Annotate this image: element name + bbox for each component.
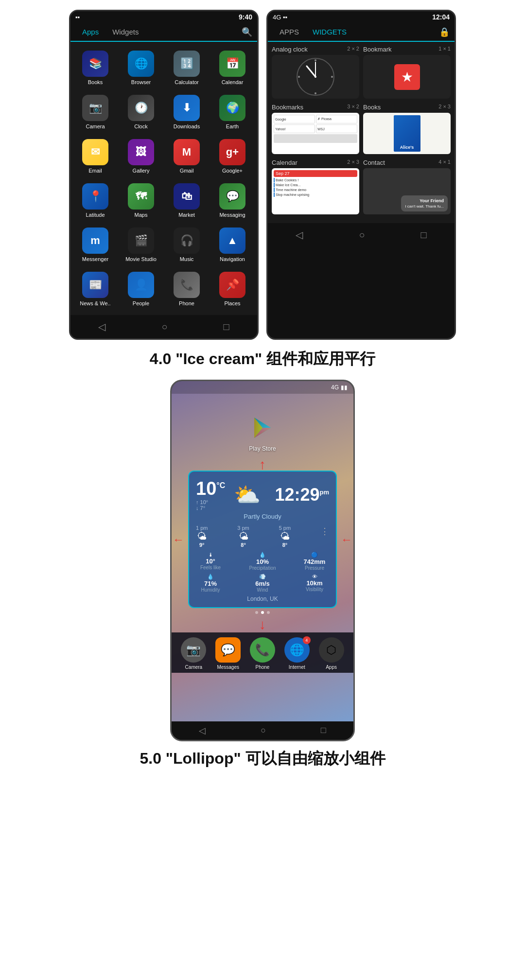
precip-value: 10% [256,558,269,565]
weather-details-row-2: 💧 71% Humidity 💨 6m/s Wind 👁 [196,574,329,593]
dock-internet[interactable]: 🌐 4 Internet [284,637,310,670]
cal-event-4: Stop machine uprising [274,192,357,197]
weather-desc: Partly Cloudy [196,513,329,520]
app-item-messenger[interactable]: mMessenger [72,223,118,267]
search-icon-right[interactable]: 🔒 [439,27,450,37]
lollipop-recents-btn[interactable]: □ [321,725,326,736]
dock-internet-label: Internet [289,665,305,670]
app-label-navigation: Navigation [220,256,245,262]
app-icon-music: 🎧 [174,228,200,254]
widget-bookmarks: Bookmarks 3 × 2 Google ✗ Picasa Yahoo! W… [272,104,359,154]
widget-bookmarks-size: 3 × 2 [347,104,359,111]
app-item-gmail[interactable]: MGmail [164,134,210,178]
app-item-latitude[interactable]: 📍Latitude [72,178,118,223]
phone-right: 4G ▪▪ 12:04 APPS WIDGETS 🔒 Analog clock … [266,10,456,340]
app-item-navigation[interactable]: ▲Navigation [210,223,255,267]
pressure-icon: 🔵 [311,552,318,558]
app-label-clock: Clock [134,123,148,129]
app-item-books[interactable]: 📚Books [72,46,118,90]
app-label-news-&-we..: News & We.. [80,300,110,306]
dock-phone[interactable]: 📞 Phone [250,637,275,670]
weather-high: ↑ 10° [196,499,225,505]
status-bar-right: 4G ▪▪ 12:04 [268,11,455,23]
page-container: ▪▪ 9:40 Apps Widgets 🔍 📚Books🌐Browser🔢Ca… [0,0,525,784]
wind-icon: 💨 [259,574,266,580]
home-btn-left[interactable]: ○ [152,319,177,334]
tab-widgets-right[interactable]: WIDGETS [306,23,353,42]
bm-picasa: ✗ Picasa [316,115,357,123]
back-btn-left[interactable]: ◁ [88,319,115,334]
app-item-camera[interactable]: 📷Camera [72,90,118,134]
app-item-downloads[interactable]: ⬇Downloads [164,90,210,134]
recents-btn-right[interactable]: □ [411,228,436,243]
section2-title: 5.0 "Lollipop" 可以自由缩放小组件 [140,748,385,770]
app-item-calculator[interactable]: 🔢Calculator [164,46,210,90]
tab-apps-right[interactable]: APPS [273,23,306,41]
lollipop-back-btn[interactable]: ◁ [199,725,206,736]
left-arrow[interactable]: ← [173,533,184,546]
feelslike-label: Feels like [200,565,221,570]
signal-icons-right: 4G ▪▪ [273,14,287,21]
playstore-icon[interactable] [248,413,277,442]
dock-camera[interactable]: 📷 Camera [181,637,206,670]
weather-low: ↓ 7° [196,505,225,511]
pressure-label: Pressure [305,565,324,571]
recents-btn-left[interactable]: □ [213,319,239,334]
widget-bookmark-name: Bookmark [363,46,392,53]
humidity-label: Humidity [201,587,220,593]
right-arrow[interactable]: ← [341,533,352,546]
app-label-earth: Earth [226,123,239,129]
contact-friend-name: Your Friend [405,198,444,203]
app-item-browser[interactable]: 🌐Browser [118,46,164,90]
widget-books-name: Books [363,104,381,111]
tab-bar-left: Apps Widgets 🔍 [70,23,257,42]
app-item-people[interactable]: 👤People [118,267,164,311]
widget-contact-size: 4 × 1 [438,159,451,166]
app-item-maps[interactable]: 🗺Maps [118,178,164,223]
app-label-browser: Browser [131,79,151,85]
app-item-clock[interactable]: 🕐Clock [118,90,164,134]
widget-bookmark: Bookmark 1 × 1 ★ [363,46,451,99]
dot-indicators [172,611,353,614]
contact-bubble: Your Friend I can't wait. Thank fu... [401,195,448,211]
app-item-places[interactable]: 📌Places [210,267,255,311]
app-item-email[interactable]: ✉Email [72,134,118,178]
weather-more-btn[interactable]: ⋮ [320,526,329,537]
app-item-earth[interactable]: 🌍Earth [210,90,255,134]
tab-apps-left[interactable]: Apps [75,23,105,42]
app-item-phone[interactable]: 📞Phone [164,267,210,311]
weather-time: 12:29pm [275,485,329,505]
app-item-calendar[interactable]: 📅Calendar [210,46,255,90]
back-btn-right[interactable]: ◁ [286,227,313,243]
books-preview: Alice's [363,113,451,154]
arrow-down: ↓ [172,617,353,632]
app-item-messaging[interactable]: 💬Messaging [210,178,255,223]
dock-apps[interactable]: ⬡ Apps [319,637,344,670]
dock-internet-icon: 🌐 4 [284,637,310,663]
widget-calendar: Calendar 2 × 3 Sep 27 Bake Cookies ! Mak… [272,159,359,214]
app-item-google+[interactable]: g+Google+ [210,134,255,178]
app-item-market[interactable]: 🛍Market [164,178,210,223]
lollipop-nav-bar: ◁ ○ □ [172,721,353,740]
app-item-music[interactable]: 🎧Music [164,223,210,267]
app-item-news-&-we..[interactable]: 📰News & We.. [72,267,118,311]
search-icon-left[interactable]: 🔍 [242,27,252,37]
forecast-1pm: 1 pm 🌤 9° [196,525,208,548]
weather-visibility: 👁 10km Visibility [300,574,329,593]
dock-messages-icon: 💬 [215,637,241,663]
app-item-movie-studio[interactable]: 🎬Movie Studio [118,223,164,267]
dock-messages[interactable]: 💬 Messages [215,637,241,670]
app-label-music: Music [180,256,194,262]
app-icon-clock: 🕐 [128,95,154,121]
bm-extra [274,134,357,143]
app-label-google+: Google+ [222,168,243,174]
lollipop-home-btn[interactable]: ○ [261,725,266,736]
app-item-gallery[interactable]: 🖼Gallery [118,134,164,178]
bookmarks-screenshot-preview: Google ✗ Picasa Yahoo! WSJ [272,113,359,154]
svg-point-5 [298,76,300,78]
app-icon-maps: 🗺 [128,183,154,210]
app-label-gallery: Gallery [133,168,150,174]
tab-widgets-left[interactable]: Widgets [105,23,145,41]
lollipop-phone: 4G ▮▮ [170,380,355,741]
home-btn-right[interactable]: ○ [349,228,374,243]
